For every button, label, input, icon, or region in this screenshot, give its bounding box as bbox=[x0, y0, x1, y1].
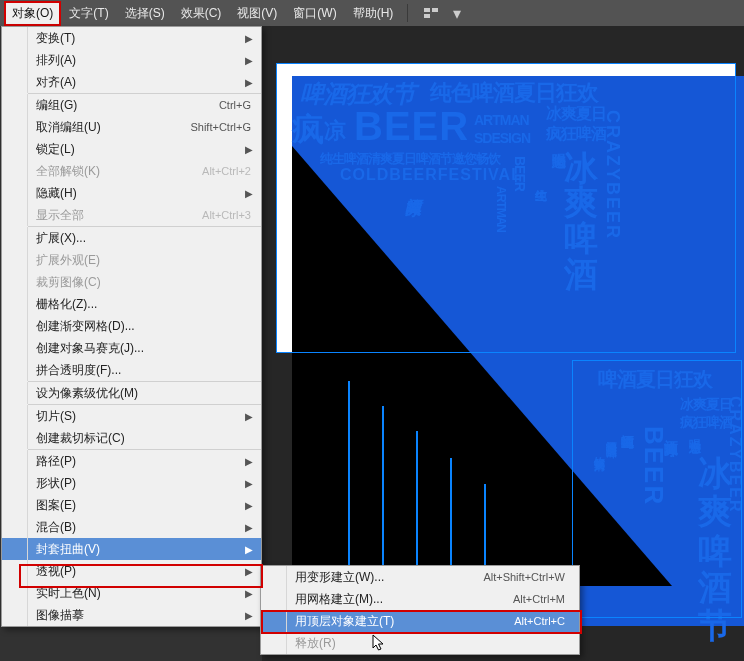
canvas-text: 凉 bbox=[324, 116, 345, 146]
menu-item: 扩展外观(E) bbox=[2, 249, 261, 271]
chevron-right-icon: ▶ bbox=[245, 522, 261, 533]
chevron-right-icon: ▶ bbox=[245, 411, 261, 422]
canvas-text: CRAZYBEER bbox=[602, 110, 623, 240]
chevron-right-icon: ▶ bbox=[245, 610, 261, 621]
menubar-divider bbox=[407, 4, 408, 22]
canvas-text: 疯狂啤酒 bbox=[546, 124, 606, 145]
menu-item[interactable]: 用网格建立(M)...Alt+Ctrl+M bbox=[261, 588, 579, 610]
menu-object[interactable]: 对象(O) bbox=[4, 1, 61, 26]
menu-item[interactable]: 形状(P)▶ bbox=[2, 472, 261, 494]
chevron-right-icon: ▶ bbox=[245, 500, 261, 511]
menu-item[interactable]: 实时上色(N)▶ bbox=[2, 582, 261, 604]
canvas-text: COLDBEERFESTIVAL bbox=[340, 166, 522, 184]
menu-item: 显示全部Alt+Ctrl+3 bbox=[2, 204, 261, 226]
envelope-distort-submenu: 用变形建立(W)...Alt+Shift+Ctrl+W用网格建立(M)...Al… bbox=[260, 565, 580, 655]
canvas-text: ARTMAN bbox=[474, 112, 529, 128]
menu-effect[interactable]: 效果(C) bbox=[173, 1, 230, 26]
menu-item[interactable]: 对齐(A)▶ bbox=[2, 71, 261, 93]
canvas-text: BEER bbox=[512, 156, 528, 191]
chevron-right-icon: ▶ bbox=[245, 33, 261, 44]
menu-item: 裁剪图像(C) bbox=[2, 271, 261, 293]
menubar: 对象(O) 文字(T) 选择(S) 效果(C) 视图(V) 窗口(W) 帮助(H… bbox=[0, 0, 744, 26]
menu-window[interactable]: 窗口(W) bbox=[285, 1, 344, 26]
chevron-right-icon: ▶ bbox=[245, 55, 261, 66]
menu-item[interactable]: 变换(T)▶ bbox=[2, 27, 261, 49]
chevron-right-icon: ▶ bbox=[245, 478, 261, 489]
canvas-text: 酒 bbox=[564, 252, 597, 298]
menu-item[interactable]: 隐藏(H)▶ bbox=[2, 182, 261, 204]
menu-item[interactable]: 混合(B)▶ bbox=[2, 516, 261, 538]
menu-item[interactable]: 扩展(X)... bbox=[2, 227, 261, 249]
menu-type[interactable]: 文字(T) bbox=[61, 1, 116, 26]
canvas-text: SDESIGN bbox=[474, 130, 530, 146]
menu-item[interactable]: 编组(G)Ctrl+G bbox=[2, 94, 261, 116]
object-menu: 变换(T)▶排列(A)▶对齐(A)▶编组(G)Ctrl+G取消编组(U)Shif… bbox=[1, 26, 262, 627]
chevron-right-icon: ▶ bbox=[245, 456, 261, 467]
menu-item[interactable]: 设为像素级优化(M) bbox=[2, 382, 261, 404]
canvas-text: CRAZYBEER bbox=[726, 396, 744, 514]
menu-item[interactable]: 切片(S)▶ bbox=[2, 405, 261, 427]
menu-item: 释放(R) bbox=[261, 632, 579, 654]
svg-rect-2 bbox=[424, 14, 430, 18]
cursor-icon bbox=[372, 634, 386, 656]
chevron-right-icon: ▶ bbox=[245, 144, 261, 155]
menu-item[interactable]: 拼合透明度(F)... bbox=[2, 359, 261, 381]
canvas-text: 冰爽夏日 bbox=[680, 396, 732, 414]
chevron-down-icon[interactable]: ▾ bbox=[448, 5, 466, 21]
menu-item[interactable]: 创建渐变网格(D)... bbox=[2, 315, 261, 337]
menu-item[interactable]: 透视(P)▶ bbox=[2, 560, 261, 582]
canvas-text: 啤酒夏日狂欢 bbox=[598, 366, 712, 393]
chevron-right-icon: ▶ bbox=[245, 544, 261, 555]
svg-rect-0 bbox=[424, 8, 430, 12]
canvas-text: BEER bbox=[354, 104, 469, 149]
menu-item[interactable]: 栅格化(Z)... bbox=[2, 293, 261, 315]
chevron-right-icon: ▶ bbox=[245, 77, 261, 88]
menu-item[interactable]: 图像描摹▶ bbox=[2, 604, 261, 626]
menu-item[interactable]: 创建对象马赛克(J)... bbox=[2, 337, 261, 359]
menu-item[interactable]: 排列(A)▶ bbox=[2, 49, 261, 71]
menu-item[interactable]: 用变形建立(W)...Alt+Shift+Ctrl+W bbox=[261, 566, 579, 588]
canvas-text: 疯 bbox=[292, 108, 323, 152]
svg-rect-1 bbox=[432, 8, 438, 12]
menu-select[interactable]: 选择(S) bbox=[117, 1, 173, 26]
canvas-text: 疯狂啤酒 bbox=[680, 414, 732, 432]
layout-dropdown-icon[interactable] bbox=[422, 5, 440, 21]
menu-item[interactable]: 图案(E)▶ bbox=[2, 494, 261, 516]
menu-help[interactable]: 帮助(H) bbox=[345, 1, 402, 26]
canvas-text: ARTMAN bbox=[494, 186, 508, 232]
menu-item: 全部解锁(K)Alt+Ctrl+2 bbox=[2, 160, 261, 182]
canvas-text: BEER bbox=[638, 426, 669, 506]
canvas-text: 冰爽夏日 bbox=[546, 104, 606, 125]
menu-item[interactable]: 创建裁切标记(C) bbox=[2, 427, 261, 449]
menu-item[interactable]: 锁定(L)▶ bbox=[2, 138, 261, 160]
menu-item[interactable]: 路径(P)▶ bbox=[2, 450, 261, 472]
menu-item[interactable]: 封套扭曲(V)▶ bbox=[2, 538, 261, 560]
chevron-right-icon: ▶ bbox=[245, 188, 261, 199]
chevron-right-icon: ▶ bbox=[245, 566, 261, 577]
menu-view[interactable]: 视图(V) bbox=[229, 1, 285, 26]
menu-item[interactable]: 用顶层对象建立(T)Alt+Ctrl+C bbox=[261, 610, 579, 632]
chevron-right-icon: ▶ bbox=[245, 588, 261, 599]
menu-item[interactable]: 取消编组(U)Shift+Ctrl+G bbox=[2, 116, 261, 138]
